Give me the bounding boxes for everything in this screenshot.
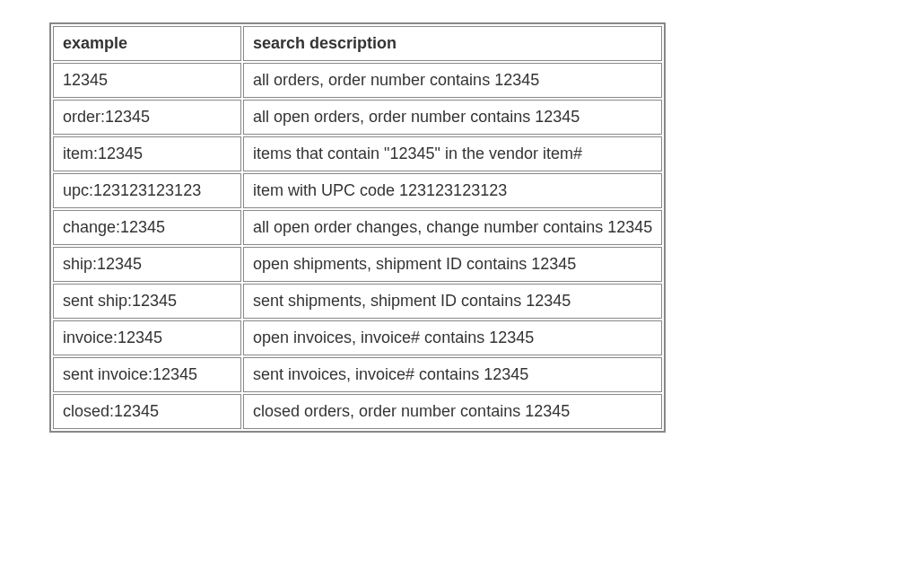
- cell-example: change:12345: [53, 210, 241, 245]
- cell-example: invoice:12345: [53, 320, 241, 355]
- table-row: upc:123123123123 item with UPC code 1231…: [53, 173, 662, 208]
- cell-description: sent shipments, shipment ID contains 123…: [243, 284, 662, 319]
- cell-example: sent ship:12345: [53, 284, 241, 319]
- table-row: sent ship:12345 sent shipments, shipment…: [53, 284, 662, 319]
- cell-example: order:12345: [53, 100, 241, 135]
- cell-description: closed orders, order number contains 123…: [243, 394, 662, 429]
- table-row: invoice:12345 open invoices, invoice# co…: [53, 320, 662, 355]
- cell-description: all open orders, order number contains 1…: [243, 100, 662, 135]
- table-row: change:12345 all open order changes, cha…: [53, 210, 662, 245]
- cell-example: 12345: [53, 63, 241, 98]
- cell-description: all open order changes, change number co…: [243, 210, 662, 245]
- search-syntax-table: example search description 12345 all ord…: [49, 22, 666, 433]
- cell-example: closed:12345: [53, 394, 241, 429]
- cell-description: open invoices, invoice# contains 12345: [243, 320, 662, 355]
- header-description: search description: [243, 26, 662, 61]
- table-row: closed:12345 closed orders, order number…: [53, 394, 662, 429]
- cell-description: sent invoices, invoice# contains 12345: [243, 357, 662, 392]
- cell-description: all orders, order number contains 12345: [243, 63, 662, 98]
- header-example: example: [53, 26, 241, 61]
- cell-example: ship:12345: [53, 247, 241, 282]
- cell-example: upc:123123123123: [53, 173, 241, 208]
- cell-description: open shipments, shipment ID contains 123…: [243, 247, 662, 282]
- table-row: order:12345 all open orders, order numbe…: [53, 100, 662, 135]
- table-row: item:12345 items that contain "12345" in…: [53, 136, 662, 171]
- table-row: 12345 all orders, order number contains …: [53, 63, 662, 98]
- cell-example: item:12345: [53, 136, 241, 171]
- cell-example: sent invoice:12345: [53, 357, 241, 392]
- table-row: sent invoice:12345 sent invoices, invoic…: [53, 357, 662, 392]
- table-header-row: example search description: [53, 26, 662, 61]
- cell-description: items that contain "12345" in the vendor…: [243, 136, 662, 171]
- cell-description: item with UPC code 123123123123: [243, 173, 662, 208]
- table-row: ship:12345 open shipments, shipment ID c…: [53, 247, 662, 282]
